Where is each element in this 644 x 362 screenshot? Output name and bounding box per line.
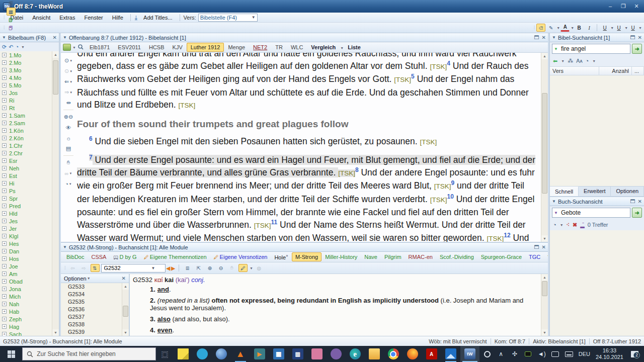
scrollbar[interactable]: ▲ ▼ [541, 53, 548, 242]
strong-list-item[interactable]: G2538 [61, 321, 129, 328]
chevron-down-icon[interactable]: ▼ [250, 266, 253, 270]
definition-pane[interactable]: G2532 καί kai (kai') conj. 1.and.2.(repe… [130, 274, 548, 336]
expand-icon[interactable]: + [2, 332, 7, 336]
drop-icon[interactable]: ◔ [553, 222, 556, 228]
expand-icon[interactable]: + [2, 113, 7, 118]
expand-icon[interactable]: + [2, 60, 7, 65]
edge-icon[interactable]: e [346, 346, 365, 362]
back-icon[interactable]: ⊙▼ [64, 57, 73, 64]
sort-icon[interactable]: ⇅ [91, 264, 100, 272]
tree-item-Rt[interactable]: +Rt [0, 104, 59, 112]
expand-icon[interactable]: + [2, 204, 7, 208]
bible-tab-tr[interactable]: TR [271, 43, 287, 52]
tsk-crossref-link[interactable]: [TSK] [430, 196, 447, 204]
module-tab-m-strong[interactable]: M-Strong [292, 252, 321, 261]
tree-item-Est[interactable]: +Est [0, 172, 59, 179]
tree-item-Jes[interactable]: +Jes [0, 217, 59, 225]
expand-icon[interactable]: + [2, 136, 7, 140]
expand-icon[interactable]: + [2, 324, 7, 329]
expand-icon[interactable]: + [2, 181, 7, 186]
clear-icon[interactable]: ✖ [573, 222, 577, 228]
font-color-icon[interactable]: A [560, 24, 570, 32]
undo-icon[interactable]: ↶ [9, 44, 13, 50]
result-column-vers[interactable]: Vers [550, 67, 599, 75]
next-chapter-icon[interactable]: ⇒▼ [64, 88, 73, 96]
tree-item-Pred[interactable]: +Pred [0, 202, 59, 210]
close-icon[interactable]: ✕ [638, 199, 642, 204]
drop-icon[interactable]: ◔▼ [64, 180, 73, 188]
tree-item-Klgl[interactable]: +Klgl [0, 232, 59, 240]
tree-item-Dan[interactable]: +Dan [0, 247, 59, 255]
explorer-icon[interactable] [365, 346, 384, 362]
acrobat-icon[interactable]: A [422, 346, 441, 362]
scroll-down-icon[interactable]: ▼ [541, 329, 548, 336]
menu-item-extras[interactable]: Extras [55, 14, 79, 22]
book-modules-icon[interactable]: 📕︎ [7, 24, 16, 32]
expand-icon[interactable]: + [2, 189, 7, 193]
scrollbar[interactable]: ▲ ▼ [122, 283, 129, 336]
tree-item-Ri[interactable]: +Ri [0, 97, 59, 104]
link-icon[interactable]: ∞▼ [64, 169, 73, 177]
chevron-down-icon[interactable]: ▼ [571, 26, 574, 30]
expand-icon[interactable]: + [2, 90, 7, 95]
zoom-in-icon[interactable]: ⊕ [205, 264, 214, 272]
bible-tab-esv2011[interactable]: ESV2011 [114, 43, 145, 52]
clipboard-icon[interactable]: ▤ [64, 145, 73, 152]
expand-icon[interactable]: + [2, 158, 7, 163]
expand-icon[interactable]: + [2, 264, 7, 268]
module-tab-spurgeon-grace[interactable]: Spurgeon-Grace [477, 252, 525, 261]
expand-icon[interactable]: + [2, 241, 7, 246]
book-search-results-area[interactable] [550, 230, 644, 336]
menu-item-fenster[interactable]: Fenster [79, 14, 107, 22]
tsk-crossref-link[interactable]: [TSK] [254, 222, 271, 229]
tree-item-Hos[interactable]: +Hos [0, 255, 59, 262]
clock[interactable]: 16:33 24.10.2021 [596, 347, 623, 360]
tree-item-Am[interactable]: +Am [0, 270, 59, 278]
media-player-icon[interactable]: ▶ [250, 346, 269, 362]
panel-menu-icon[interactable]: ▼ [63, 245, 67, 249]
chevron-down-icon[interactable]: ▼ [638, 26, 642, 30]
close-icon[interactable]: ✕ [638, 35, 642, 40]
bible-text[interactable]: Und ein andrer Engel kam und trat an den… [77, 53, 540, 242]
tree-item-Hes[interactable]: +Hes [0, 240, 59, 247]
paint-icon[interactable] [307, 346, 327, 362]
close-icon[interactable]: ✕ [122, 276, 126, 281]
tree-view-icon[interactable]: ⁂ [568, 58, 573, 64]
scroll-thumb[interactable] [53, 60, 58, 95]
tree-item-2.Chr[interactable]: +2.Chr [0, 149, 59, 157]
strong-list-item[interactable]: G2535 [61, 298, 129, 306]
module-tab-rmac-en[interactable]: RMAC-en [405, 252, 436, 261]
tree-item-3.Mo[interactable]: +3.Mo [0, 66, 59, 74]
tree-item-4.Mo[interactable]: +4.Mo [0, 74, 59, 81]
start-button[interactable] [0, 346, 22, 362]
previous-chapter-icon[interactable]: ⇐▼ [64, 78, 73, 85]
expand-icon[interactable]: + [2, 98, 7, 103]
expand-icon[interactable]: + [2, 143, 7, 148]
sync-icon[interactable]: ⟳ [2, 44, 7, 50]
next-entry-icon[interactable]: ▶ [171, 265, 175, 271]
tree-item-1.Mo[interactable]: +1.Mo [0, 51, 59, 59]
scroll-down-icon[interactable]: ▼ [541, 235, 548, 242]
chevron-down-icon[interactable]: ▼ [624, 26, 628, 30]
module-tab-tgc[interactable]: TGC [525, 252, 544, 261]
scroll-thumb[interactable] [542, 281, 547, 296]
scroll-up-icon[interactable]: ▲ [122, 283, 129, 290]
tree-item-Jona[interactable]: +Jona [0, 285, 59, 293]
expand-icon[interactable]: + [2, 128, 7, 133]
expand-icon[interactable]: + [2, 219, 7, 223]
tree-item-Mich[interactable]: +Mich [0, 293, 59, 300]
bible-tab-liste[interactable]: Liste [344, 43, 365, 52]
bible-tab-vergleich[interactable]: Vergleich [307, 43, 340, 52]
search-tab-optionen[interactable]: Optionen [611, 187, 644, 196]
module-tab-eigene-themennotizen[interactable]: 🖉︎Eigene Themennotizen [140, 252, 210, 261]
zoom-out-icon[interactable]: ⊖ [216, 264, 225, 272]
tree-item-Esr[interactable]: +Esr [0, 157, 59, 164]
search-go-icon[interactable]: ➜ [632, 44, 642, 54]
expand-icon[interactable]: + [2, 249, 7, 253]
hand-icon[interactable]: ✋︎ [64, 159, 73, 166]
tsk-crossref-link[interactable]: [TSK] [338, 169, 355, 177]
expand-icon[interactable]: + [2, 106, 7, 110]
expand-icon[interactable]: + [2, 53, 7, 57]
chevron-down-icon[interactable]: ▼ [72, 46, 76, 49]
module-tab-eigene-versnotizen[interactable]: 🖉︎Eigene Versnotizen [210, 252, 271, 261]
